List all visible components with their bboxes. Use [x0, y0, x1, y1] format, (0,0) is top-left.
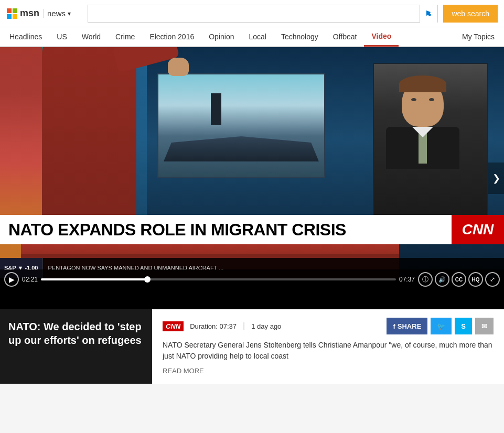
total-time: 07:37: [399, 276, 415, 283]
article-right: CNN Duration: 07:37 | 1 day ago f SHARE …: [152, 309, 504, 384]
share-label: SHARE: [398, 322, 422, 330]
svg-rect-2: [7, 14, 12, 19]
left-eye: [411, 98, 416, 101]
nav-item-mytopics[interactable]: My Topics: [455, 27, 502, 47]
twitter-icon: 🐦: [437, 322, 445, 330]
twitter-share-button[interactable]: 🐦: [431, 318, 452, 334]
nav-item-local[interactable]: Local: [241, 27, 273, 47]
shirt-collar: [412, 127, 433, 137]
headline-text: NATO EXPANDS ROLE IN MIGRANT CRISIS: [8, 220, 346, 240]
cnn-logo-text: CNN: [462, 221, 494, 238]
fullscreen-button[interactable]: ⤢: [485, 272, 500, 287]
separator: |: [243, 321, 245, 331]
web-search-button[interactable]: web search: [443, 5, 498, 23]
ship-screen: [157, 73, 325, 178]
progress-fill: [41, 278, 147, 280]
nav-item-us[interactable]: US: [49, 27, 74, 47]
person-face: [402, 80, 444, 127]
progress-bar[interactable]: [41, 278, 396, 280]
msn-icon: [6, 8, 18, 19]
nav-item-offbeat[interactable]: Offbeat: [326, 27, 364, 47]
anchor-area: [31, 79, 178, 236]
nav-item-technology[interactable]: Technology: [274, 27, 326, 47]
article-left: NATO: We decided to 'step up our efforts…: [0, 309, 152, 384]
right-screen: [373, 63, 488, 220]
ship-silhouette: [164, 120, 319, 161]
anchor-hand: [168, 58, 189, 76]
facebook-share-button[interactable]: f SHARE: [387, 318, 427, 334]
article-body: NATO Secretary General Jens Stoltenberg …: [163, 340, 494, 362]
nav-item-crime[interactable]: Crime: [108, 27, 142, 47]
news-label: news: [47, 9, 66, 18]
suit: [386, 127, 459, 169]
dropdown-arrow-icon: ▾: [68, 10, 71, 17]
anchor-body: [42, 47, 136, 236]
nav-item-world[interactable]: World: [74, 27, 108, 47]
person-right: [374, 64, 487, 219]
article-meta: CNN Duration: 07:37 | 1 day ago f SHARE …: [163, 318, 494, 334]
volume-button[interactable]: 🔊: [435, 272, 449, 287]
nav-item-opinion[interactable]: Opinion: [201, 27, 241, 47]
nav-item-headlines[interactable]: Headlines: [2, 27, 49, 47]
search-bar: [88, 5, 438, 23]
cc-button[interactable]: CC: [452, 272, 466, 287]
share-buttons: f SHARE 🐦 S ✉: [387, 318, 494, 334]
video-controls: ▶ 02:21 07:37 ⓘ 🔊 CC HQ ⤢: [0, 269, 504, 289]
headline-box: NATO EXPANDS ROLE IN MIGRANT CRISIS: [0, 215, 452, 244]
bing-icon[interactable]: [420, 5, 437, 23]
studio-scene: NATO EXPANDS ROLE IN MIGRANT CRISIS CNN …: [0, 47, 504, 278]
nav-item-video[interactable]: Video: [364, 27, 399, 47]
video-section: NATO EXPANDS ROLE IN MIGRANT CRISIS CNN …: [0, 47, 504, 309]
ship-mast: [211, 93, 221, 125]
read-more-link[interactable]: READ MORE: [163, 367, 204, 375]
duration-text: Duration: 07:37: [190, 322, 237, 330]
hq-button[interactable]: HQ: [468, 272, 483, 287]
news-dropdown[interactable]: news ▾: [44, 9, 74, 18]
email-share-button[interactable]: ✉: [475, 318, 494, 334]
info-button[interactable]: ⓘ: [418, 272, 433, 287]
svg-rect-0: [7, 8, 12, 13]
msn-logo[interactable]: msn: [6, 8, 39, 19]
source-badge: CNN: [163, 321, 184, 331]
next-video-arrow[interactable]: ❯: [488, 163, 504, 194]
nav-bar: Headlines US World Crime Election 2016 O…: [0, 27, 504, 47]
play-button[interactable]: ▶: [4, 272, 19, 287]
skype-icon: S: [461, 322, 466, 330]
article-title: NATO: We decided to 'step up our efforts…: [8, 320, 144, 347]
svg-rect-3: [13, 14, 17, 19]
bing-logo-icon: [424, 8, 434, 19]
cnn-logo-box: CNN: [452, 215, 504, 244]
skype-share-button[interactable]: S: [455, 318, 472, 334]
below-video: NATO: We decided to 'step up our efforts…: [0, 309, 504, 384]
svg-rect-1: [13, 8, 17, 13]
nav-item-election[interactable]: Election 2016: [142, 27, 201, 47]
current-time: 02:21: [22, 276, 38, 283]
progress-thumb: [144, 276, 151, 283]
msn-text: msn: [20, 8, 39, 19]
header: msn news ▾ web search: [0, 0, 504, 27]
search-input[interactable]: [88, 5, 420, 22]
logo-area: msn news ▾: [6, 8, 74, 19]
time-ago: 1 day ago: [251, 322, 281, 330]
email-icon: ✉: [481, 322, 487, 330]
lower-third: NATO EXPANDS ROLE IN MIGRANT CRISIS CNN: [0, 214, 504, 245]
right-eye: [429, 98, 434, 101]
controls-right: ⓘ 🔊 CC HQ ⤢: [418, 272, 500, 287]
facebook-icon: f: [393, 322, 395, 330]
hair: [399, 75, 446, 92]
